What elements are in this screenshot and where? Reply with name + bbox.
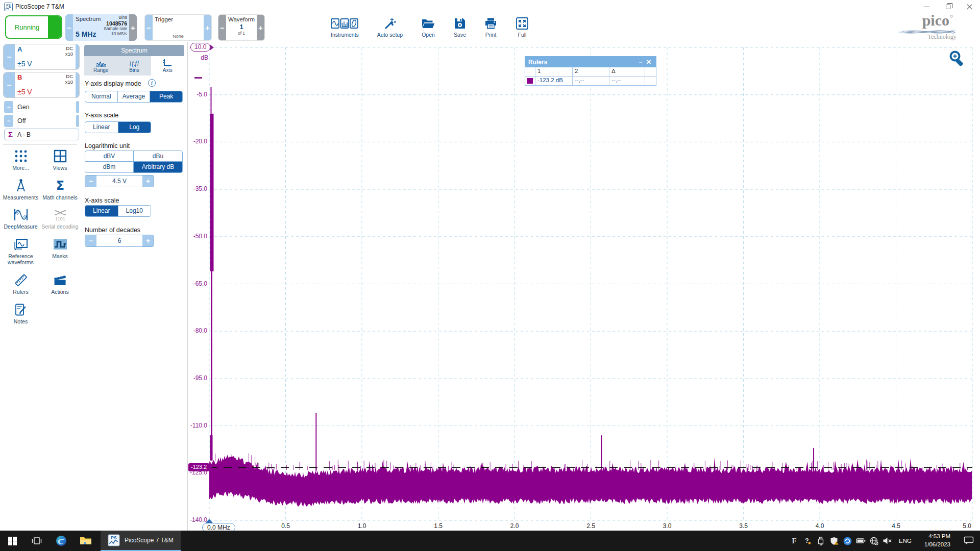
waveform-of-label: of 1 [226,31,257,36]
instruments-button[interactable]: Instruments [331,15,359,41]
log-reference-increase-button[interactable]: + [142,176,154,187]
generator-state-decrease-button[interactable]: − [4,115,13,127]
y-tick-label: -50.0 [188,233,207,240]
option-linear[interactable]: Linear [85,206,118,216]
taskbar-app-picoscope[interactable]: PS PicoScope 7 T&M [101,531,181,551]
generator-increase-button[interactable] [76,101,79,113]
toolbar-button-label: Instruments [331,32,359,38]
log-reference-value[interactable]: 4.5 V [96,176,142,187]
sidebar-item-label: Rulers [13,289,28,295]
decades-increase-button[interactable]: + [142,235,154,246]
svg-text:pico: pico [922,12,949,29]
info-icon[interactable]: i [148,79,156,87]
option-average[interactable]: Average [118,91,151,102]
generator-state-increase-button[interactable] [76,115,79,127]
save-button[interactable]: Save [454,15,466,41]
assistant-icon[interactable]: ? [801,537,814,545]
rulers-col-delta: Δ [609,67,645,77]
ruler-value-2[interactable]: --,-- [573,77,609,86]
spectrum-range-decrease-button[interactable]: − [65,14,73,41]
tab-bins[interactable]: [f,f] Bins [117,56,151,76]
notification-center-button[interactable] [958,536,980,545]
edge-browser-button[interactable] [49,531,74,551]
y-tick-label: -65.0 [188,280,207,287]
language-indicator[interactable]: ENG [894,538,917,544]
option-dbv[interactable]: dBV [85,151,134,162]
spectrum-plot[interactable] [188,44,980,531]
option-dbm[interactable]: dBm [85,162,134,172]
sidebar-item-deepmeasure[interactable]: DeepMeasure [2,207,40,230]
math-channel-box[interactable]: Σ A - B [4,129,79,140]
font-f-icon[interactable]: F [788,537,801,545]
channel-b-box[interactable]: − B DC x10 ±5 V [3,72,80,98]
sidebar-item-views[interactable]: Views [41,148,80,171]
sidebar-item-reference-waveforms[interactable]: Reference waveforms [2,237,40,266]
log-reference-decrease-button[interactable]: − [85,176,96,187]
spectrum-range-value[interactable]: 5 MHz [76,30,96,38]
sidebar-item-math-channels[interactable]: Σ Math channels [41,178,80,201]
system-tray: F ? ENG 4:53 PM 1/06/2023 [788,531,980,551]
trigger-increase-button[interactable]: + [204,15,211,40]
spectrum-view[interactable]: 10.0 dB -123.2 0.0 MHz -5.0-20.0-35.0-50… [188,44,980,531]
option-normal[interactable]: Normal [85,91,118,102]
rulers-popup-header[interactable]: Rulers − ✕ [525,57,656,67]
y-axis-top-tag[interactable]: 10.0 [190,43,210,52]
print-button[interactable]: Print [484,15,497,41]
defender-icon[interactable] [827,537,841,545]
decades-value[interactable]: 6 [96,235,142,246]
rulers-popup-minimize-icon[interactable]: − [636,58,645,66]
ruler-value-1[interactable]: -123.2 dB [535,77,573,86]
tab-axis[interactable]: Axis [151,56,184,76]
tab-range[interactable]: Range [84,56,117,76]
running-button[interactable]: Running [5,15,62,39]
battery-icon[interactable] [854,537,867,545]
auto-setup-button[interactable]: Auto setup [377,15,403,41]
full-button[interactable]: Full [516,15,529,41]
y-display-mode-label: Y-axis display mode [85,80,141,87]
option-log10[interactable]: Log10 [118,206,151,216]
x-tick-label: 0.5 [273,522,299,530]
channel-a-box[interactable]: − A DC x10 ±5 V [3,44,80,70]
sidebar-divider [3,144,77,145]
start-button[interactable] [0,531,24,551]
sidebar-item-notes[interactable]: Notes [2,302,40,325]
zero-db-marker[interactable] [194,77,202,79]
sidebar-item-more[interactable]: More... [2,148,40,171]
generator-decrease-button[interactable]: − [4,101,13,113]
option-peak[interactable]: Peak [150,91,182,102]
option-dbu[interactable]: dBu [134,151,182,162]
sync-icon[interactable] [841,537,854,545]
globe-icon[interactable] [867,537,880,545]
waveform-next-button[interactable]: + [257,15,264,40]
channel-b-decrease-button[interactable]: − [4,72,15,97]
channel-a-increase-button[interactable] [76,44,79,69]
task-view-button[interactable] [24,531,49,551]
open-button[interactable]: Open [421,15,435,41]
generator-state[interactable]: Off [17,115,76,127]
sidebar: − A DC x10 ±5 V − B DC x10 ±5 V − Gen − … [0,42,81,531]
sidebar-item-serial-decoding: 1101 Serial decoding [41,207,80,230]
sidebar-item-masks[interactable]: Masks [41,237,80,266]
waveform-previous-button[interactable]: − [218,15,226,40]
channel-b-increase-button[interactable] [76,72,79,97]
spectrum-range-increase-button[interactable]: + [129,14,137,41]
decades-decrease-button[interactable]: − [85,235,96,246]
views-icon [54,148,67,164]
channel-a-decrease-button[interactable]: − [4,44,15,69]
trigger-decrease-button[interactable]: − [145,15,153,40]
zoom-tool-icon[interactable] [947,49,966,67]
rulers-popup[interactable]: Rulers − ✕ 1 2 Δ -123.2 dB --,-- --,-- [525,56,656,86]
option-linear[interactable]: Linear [85,122,118,133]
file-explorer-button[interactable] [74,531,98,551]
generator-label[interactable]: Gen [17,101,76,113]
sidebar-item-rulers[interactable]: Rulers [2,272,40,295]
option-arbitrary-db[interactable]: Arbitrary dB [134,162,182,172]
mute-icon[interactable] [880,537,894,545]
rulers-popup-close-icon[interactable]: ✕ [645,58,653,66]
sidebar-item-actions[interactable]: Actions [41,272,80,295]
trigger-mode[interactable]: None [153,34,204,39]
sidebar-item-measurements[interactable]: Measurements [2,178,40,201]
clock[interactable]: 4:53 PM 1/06/2023 [917,533,958,548]
option-log[interactable]: Log [118,122,151,133]
usb-icon[interactable] [814,537,827,545]
